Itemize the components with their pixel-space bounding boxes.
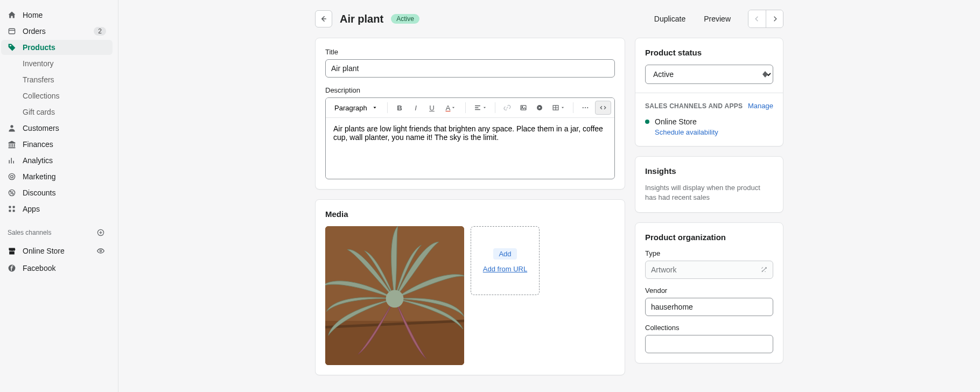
nav-marketing[interactable]: Marketing [1,169,113,184]
target-icon [8,172,16,181]
svg-point-1 [10,45,11,46]
align-button[interactable] [470,100,491,115]
discount-icon [8,188,16,197]
preview-button[interactable]: Preview [698,11,736,26]
insights-text: Insights will display when the product h… [645,183,773,202]
schedule-availability-link[interactable]: Schedule availability [655,128,718,136]
svg-rect-9 [13,206,15,208]
media-heading: Media [325,209,615,219]
rich-text-editor: Paragraph B I U A [325,97,615,179]
nav-analytics[interactable]: Analytics [1,153,113,168]
sidebar: Home Orders 2 Products Inventory Transfe… [0,0,118,392]
add-channel-button[interactable] [95,227,106,238]
main: Air plant Active Duplicate Preview [118,0,980,392]
bank-icon [8,140,16,149]
nav-finances[interactable]: Finances [1,137,113,152]
italic-button[interactable]: I [408,100,423,115]
title-description-card: Title Description Paragraph B [315,38,625,190]
insights-card: Insights Insights will display when the … [635,156,783,213]
org-heading: Product organization [645,233,773,242]
description-label: Description [325,86,615,94]
duplicate-button[interactable]: Duplicate [649,11,691,26]
collections-input[interactable] [645,335,773,353]
table-button[interactable] [548,100,569,115]
link-button [500,100,515,115]
person-icon [8,124,16,132]
nav-home[interactable]: Home [1,8,113,23]
channel-online-store[interactable]: Online Store [1,242,113,260]
channel-facebook[interactable]: Facebook [1,261,113,276]
online-store-row: Online Store [645,117,773,126]
vendor-label: Vendor [645,286,773,295]
text-color-button[interactable]: A [440,100,461,115]
bold-button[interactable]: B [392,100,407,115]
svg-rect-8 [9,206,11,208]
product-status-heading: Product status [645,48,773,57]
nav-transfers[interactable]: Transfers [1,72,113,87]
svg-point-21 [587,107,588,108]
nav-apps[interactable]: Apps [1,201,113,216]
svg-rect-11 [13,210,15,212]
nav-orders-label: Orders [23,27,46,36]
manage-link[interactable]: Manage [748,102,773,110]
pagination [748,10,783,28]
nav-collections[interactable]: Collections [1,88,113,103]
nav-inventory[interactable]: Inventory [1,56,113,71]
media-dropzone[interactable]: Add Add from URL [471,226,540,295]
page-title: Air plant [340,13,383,25]
orders-icon [8,27,16,36]
insights-heading: Insights [645,166,773,176]
analytics-icon [8,156,16,165]
svg-point-2 [10,125,13,128]
type-input[interactable] [645,261,773,279]
nav-products-label: Products [23,43,55,52]
media-thumbnail[interactable] [325,226,464,365]
add-media-button[interactable]: Add [493,248,516,260]
svg-rect-0 [9,29,15,34]
wand-icon [760,266,768,274]
media-card: Media [315,199,625,375]
tag-icon [8,43,16,52]
more-button[interactable] [578,100,593,115]
video-button[interactable] [532,100,547,115]
nav-discounts[interactable]: Discounts [1,185,113,200]
add-from-url-link[interactable]: Add from URL [483,265,527,273]
next-product-button[interactable] [766,10,783,27]
back-button[interactable] [315,10,332,27]
description-input[interactable]: Air plants are low light friends that br… [326,118,614,177]
product-organization-card: Product organization Type Vendor [635,222,783,363]
product-status-select[interactable]: Active [645,65,773,84]
svg-point-6 [10,191,11,192]
view-store-button[interactable] [95,246,106,256]
svg-point-13 [100,250,101,251]
code-view-button[interactable] [595,101,611,115]
product-status-card: Product status Active SA [635,38,783,146]
status-dot-icon [645,120,649,124]
svg-point-4 [11,176,13,178]
apps-icon [8,205,16,213]
svg-point-20 [585,107,586,108]
underline-button[interactable]: U [424,100,439,115]
paragraph-dropdown[interactable]: Paragraph [329,101,383,115]
vendor-input[interactable] [645,298,773,316]
title-label: Title [325,48,615,56]
svg-rect-10 [9,210,11,212]
nav-home-label: Home [23,11,43,19]
store-icon [8,247,16,255]
nav-customers[interactable]: Customers [1,121,113,136]
image-button[interactable] [516,100,531,115]
status-badge: Active [391,14,419,24]
svg-point-19 [583,107,584,108]
collections-label: Collections [645,324,773,332]
page-header: Air plant Active Duplicate Preview [315,6,783,38]
nav-orders[interactable]: Orders 2 [1,24,113,39]
nav-products[interactable]: Products [1,40,113,55]
svg-point-3 [9,173,15,179]
title-input[interactable] [325,59,615,78]
select-caret-icon [762,71,768,78]
type-label: Type [645,249,773,257]
rte-toolbar: Paragraph B I U A [326,98,614,118]
nav-gift-cards[interactable]: Gift cards [1,104,113,120]
svg-point-7 [12,193,13,194]
plant-image [325,226,464,365]
